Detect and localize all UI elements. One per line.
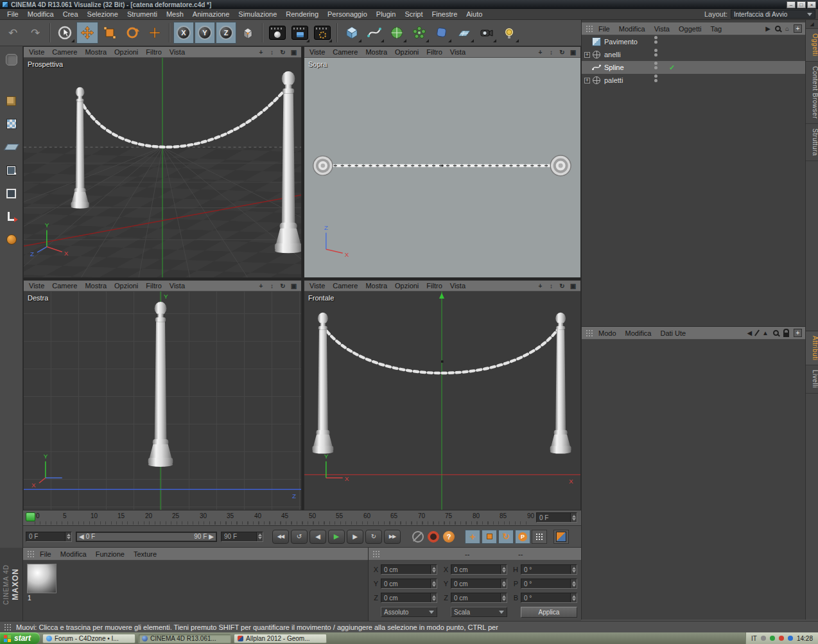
goto-end-button[interactable]: ▶▶ bbox=[384, 530, 401, 544]
vp-menu-filtro[interactable]: Filtro bbox=[422, 282, 446, 290]
next-frame-button[interactable]: ▶ bbox=[347, 530, 363, 544]
tab-content-browser[interactable]: Content Browser bbox=[806, 62, 818, 124]
toggle-view-icon[interactable]: ▣ bbox=[289, 48, 299, 57]
vp-menu-viste[interactable]: Viste bbox=[25, 48, 48, 56]
vp-menu-camere[interactable]: Camere bbox=[48, 48, 81, 56]
viewport-right-canvas[interactable]: Destra Y Z Y X bbox=[24, 292, 301, 510]
up-icon[interactable]: ▲ bbox=[762, 330, 769, 336]
viewport-right[interactable]: Viste Camere Mostra Opzioni Filtro Vista… bbox=[23, 280, 302, 510]
panel-grip-icon[interactable] bbox=[586, 25, 593, 33]
rotate-view-icon[interactable]: ↻ bbox=[278, 48, 288, 57]
vp-menu-mostra[interactable]: Mostra bbox=[81, 282, 110, 290]
record-parameter-button[interactable]: P bbox=[515, 530, 530, 544]
rotate-view-icon[interactable]: ↻ bbox=[557, 282, 567, 290]
om-menu-oggetti[interactable]: Oggetti bbox=[674, 25, 706, 33]
new-panel-icon[interactable]: + bbox=[794, 329, 802, 337]
tray-status-red-icon[interactable] bbox=[779, 636, 784, 641]
snap-settings-button[interactable] bbox=[2, 230, 21, 249]
record-keyframe-icon[interactable] bbox=[412, 531, 424, 543]
lock-y-axis-button[interactable]: Y bbox=[195, 22, 215, 44]
range-end-stepper[interactable] bbox=[256, 532, 263, 541]
bollard-side[interactable] bbox=[148, 302, 173, 467]
stepper[interactable] bbox=[430, 565, 437, 574]
menu-aiuto[interactable]: Aiuto bbox=[462, 10, 487, 18]
toggle-view-icon[interactable]: ▣ bbox=[289, 282, 299, 290]
bollard-right-top[interactable] bbox=[550, 155, 571, 176]
vp-menu-opzioni[interactable]: Opzioni bbox=[110, 282, 142, 290]
vp-menu-viste[interactable]: Viste bbox=[306, 282, 329, 290]
stepper[interactable] bbox=[570, 565, 577, 574]
lock-x-axis-button[interactable]: X bbox=[173, 22, 194, 44]
expand-icon[interactable]: + bbox=[584, 52, 590, 58]
object-name[interactable]: Pavimento bbox=[604, 38, 638, 46]
om-menu-tag[interactable]: Tag bbox=[706, 25, 726, 33]
play-button[interactable]: ▶ bbox=[328, 530, 345, 544]
add-light-button[interactable] bbox=[498, 22, 520, 44]
add-array-button[interactable] bbox=[408, 22, 430, 44]
rotate-tool-button[interactable] bbox=[121, 22, 143, 44]
layout-dropdown[interactable]: Interfaccia di Avvio bbox=[731, 10, 815, 19]
visibility-dots[interactable] bbox=[654, 36, 657, 44]
render-picture-viewer-button[interactable] bbox=[289, 22, 311, 44]
new-panel-icon[interactable]: + bbox=[794, 24, 802, 33]
material-item[interactable]: 1 bbox=[27, 564, 58, 603]
vp-menu-vista[interactable]: Vista bbox=[166, 48, 189, 56]
vp-menu-mostra[interactable]: Mostra bbox=[361, 48, 391, 56]
mat-menu-texture[interactable]: Texture bbox=[129, 550, 161, 558]
tray-volume-icon[interactable] bbox=[761, 636, 766, 641]
bollard-left-top[interactable] bbox=[313, 156, 333, 175]
vp-menu-vista[interactable]: Vista bbox=[446, 48, 469, 56]
range-end-field[interactable]: 90 F bbox=[221, 532, 263, 542]
visibility-dots[interactable] bbox=[654, 62, 657, 69]
add-subdivision-surface-button[interactable] bbox=[386, 22, 408, 44]
vp-menu-camere[interactable]: Camere bbox=[329, 48, 361, 56]
timeline-range-slider[interactable]: ◀0 F 90 F▶ bbox=[76, 532, 217, 542]
keyframe-selection-icon[interactable]: ? bbox=[443, 531, 455, 543]
am-menu-modifica[interactable]: Modifica bbox=[621, 329, 656, 337]
size-x-field[interactable]: 0 cm bbox=[451, 564, 507, 575]
pan-view-icon[interactable]: + bbox=[256, 48, 266, 57]
edges-mode-button[interactable] bbox=[2, 184, 21, 203]
object-row-anelli[interactable]: + anelli bbox=[582, 48, 806, 61]
object-row-spline[interactable]: Spline ✓ bbox=[582, 61, 806, 74]
pan-view-icon[interactable]: + bbox=[535, 48, 545, 57]
mat-menu-modifica[interactable]: Modifica bbox=[56, 550, 91, 558]
add-deformer-button[interactable] bbox=[431, 22, 453, 44]
record-rotation-button[interactable]: ↻ bbox=[498, 530, 514, 544]
menu-strumenti[interactable]: Strumenti bbox=[123, 10, 162, 18]
taskbar-item-browser[interactable]: Forum - C4Dzone • I... bbox=[42, 634, 135, 643]
mat-menu-file[interactable]: File bbox=[35, 550, 56, 558]
position-mode-dropdown[interactable]: Assoluto bbox=[381, 607, 437, 617]
record-position-button[interactable]: + bbox=[465, 530, 480, 544]
close-button[interactable]: × bbox=[807, 1, 816, 8]
menu-plugin[interactable]: Plugin bbox=[372, 10, 401, 18]
vp-menu-camere[interactable]: Camere bbox=[329, 282, 361, 290]
search-icon[interactable] bbox=[775, 26, 781, 31]
minimize-button[interactable]: – bbox=[787, 1, 796, 8]
previous-frame-button[interactable]: ◀ bbox=[309, 530, 326, 544]
vp-menu-mostra[interactable]: Mostra bbox=[81, 48, 110, 56]
panel-flyout-icon[interactable]: ◢ bbox=[806, 20, 818, 29]
dolly-view-icon[interactable]: ↕ bbox=[546, 282, 556, 290]
make-editable-button[interactable] bbox=[2, 50, 21, 69]
panel-grip-icon[interactable] bbox=[27, 550, 34, 558]
home-icon[interactable]: ⌂ bbox=[785, 26, 789, 32]
pan-view-icon[interactable]: + bbox=[535, 282, 545, 290]
coordinate-system-button[interactable] bbox=[237, 22, 259, 44]
vp-menu-opzioni[interactable]: Opzioni bbox=[391, 48, 422, 56]
search-icon[interactable] bbox=[773, 330, 779, 336]
mat-menu-funzione[interactable]: Funzione bbox=[91, 550, 129, 558]
flyout-arrow-icon[interactable]: ▶ bbox=[765, 26, 770, 32]
add-camera-button[interactable] bbox=[476, 22, 498, 44]
redo-button[interactable]: ↷ bbox=[24, 22, 46, 44]
dolly-view-icon[interactable]: ↕ bbox=[267, 282, 277, 290]
toggle-view-icon[interactable]: ▣ bbox=[568, 48, 578, 57]
position-z-field[interactable]: 0 cm bbox=[381, 593, 437, 603]
viewport-perspective-canvas[interactable]: Prospettiva bbox=[24, 58, 301, 277]
expand-icon[interactable]: + bbox=[584, 78, 590, 83]
taskbar-item-allplan[interactable]: Allplan 2012 - Geom... bbox=[234, 634, 327, 643]
menu-crea[interactable]: Crea bbox=[58, 10, 83, 18]
menu-selezione[interactable]: Selezione bbox=[83, 10, 123, 18]
menu-simulazione[interactable]: Simulazione bbox=[234, 10, 281, 18]
vp-menu-opzioni[interactable]: Opzioni bbox=[391, 282, 422, 290]
